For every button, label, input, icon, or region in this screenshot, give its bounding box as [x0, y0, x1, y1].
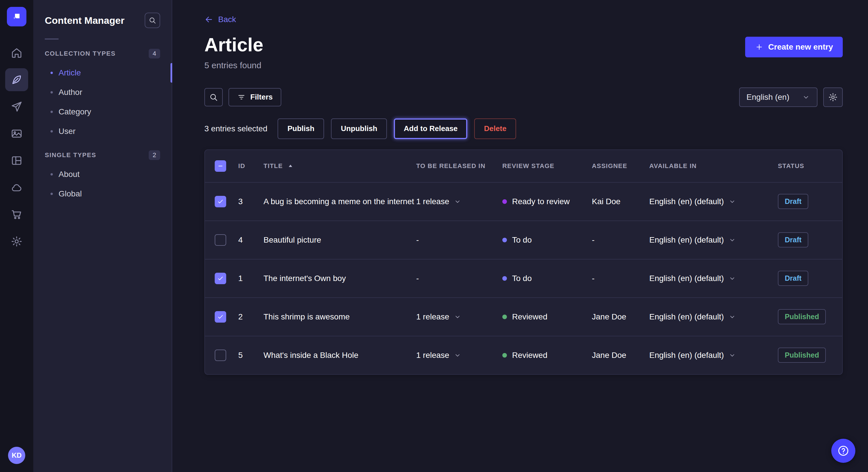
- cell-review-stage: To do: [502, 235, 592, 245]
- gear-icon: [828, 92, 838, 102]
- stage-dot-icon: [502, 353, 507, 358]
- page-title: Article: [205, 34, 263, 55]
- chevron-down-icon[interactable]: [728, 236, 736, 244]
- locale-value: English (en) (default): [649, 312, 724, 322]
- column-header-to-be-released-in[interactable]: TO BE RELEASED IN: [416, 162, 502, 170]
- table-row[interactable]: 1 The internet's Own boy - To do - Engli…: [205, 259, 842, 297]
- row-checkbox[interactable]: [215, 349, 226, 361]
- locale-select[interactable]: English (en): [739, 88, 817, 107]
- page-title-block: Article 5 entries found: [205, 34, 263, 70]
- chevron-down-icon[interactable]: [728, 313, 736, 321]
- chevron-down-icon[interactable]: [728, 351, 736, 359]
- sidebar-item-label: Author: [59, 88, 82, 97]
- strapi-logo[interactable]: [7, 7, 26, 26]
- plus-icon: [755, 43, 764, 51]
- row-checkbox[interactable]: [215, 311, 226, 323]
- stage-dot-icon: [502, 276, 507, 281]
- sidebar-divider: [45, 38, 59, 40]
- cell-assignee: -: [592, 274, 649, 283]
- cell-review-stage: Reviewed: [502, 312, 592, 322]
- sidebar-item-label: Article: [59, 68, 81, 77]
- chevron-down-icon[interactable]: [454, 198, 461, 205]
- row-checkbox[interactable]: [215, 234, 226, 246]
- sidebar-item-about[interactable]: About: [33, 165, 172, 184]
- help-button[interactable]: [831, 439, 856, 463]
- unpublish-button[interactable]: Unpublish: [331, 119, 387, 139]
- section-label: SINGLE TYPES: [45, 151, 96, 159]
- column-header-assignee[interactable]: ASSIGNEE: [592, 162, 649, 170]
- column-header-title[interactable]: TITLE: [264, 162, 416, 170]
- locale-value: English (en) (default): [649, 197, 724, 206]
- sidebar-item-user[interactable]: User: [33, 122, 172, 141]
- column-label: ASSIGNEE: [592, 162, 627, 170]
- back-button[interactable]: Back: [205, 15, 236, 24]
- delete-button[interactable]: Delete: [474, 119, 516, 139]
- sidebar-header: Content Manager: [33, 12, 172, 28]
- column-header-available-in[interactable]: AVAILABLE IN: [649, 162, 778, 170]
- table-row[interactable]: 5 What's inside a Black Hole 1 release R…: [205, 336, 842, 374]
- cloud-nav-button[interactable]: [5, 176, 28, 199]
- chevron-down-icon: [802, 93, 810, 101]
- chevron-down-icon[interactable]: [728, 198, 736, 205]
- sidebar-section-single-types: SINGLE TYPES 2 AboutGlobal: [33, 150, 172, 204]
- sidebar-item-article[interactable]: Article: [33, 63, 172, 82]
- column-label: TO BE RELEASED IN: [416, 162, 485, 170]
- release-value: 1 release: [416, 197, 449, 206]
- header-select-cell: [212, 160, 238, 172]
- create-button-label: Create new entry: [768, 42, 833, 52]
- table-row[interactable]: 4 Beautiful picture - To do - English (e…: [205, 221, 842, 259]
- filter-icon: [237, 93, 246, 102]
- cell-select: [212, 311, 238, 323]
- content-manager-nav-button[interactable]: [5, 68, 28, 91]
- sort-ascending-icon[interactable]: [287, 162, 294, 170]
- search-button[interactable]: [205, 88, 223, 106]
- publish-button[interactable]: Publish: [278, 119, 324, 139]
- stage-label: Reviewed: [512, 351, 547, 360]
- list-settings-button[interactable]: [823, 88, 843, 107]
- cell-available-in: English (en) (default): [649, 312, 778, 322]
- sidebar-item-author[interactable]: Author: [33, 82, 172, 102]
- cell-review-stage: Reviewed: [502, 351, 592, 360]
- create-new-entry-button[interactable]: Create new entry: [745, 37, 843, 57]
- sidebar-item-global[interactable]: Global: [33, 184, 172, 204]
- chevron-down-icon[interactable]: [728, 275, 736, 282]
- media-library-nav-button[interactable]: [5, 122, 28, 145]
- filters-button[interactable]: Filters: [228, 88, 281, 106]
- column-header-status[interactable]: STATUS: [778, 162, 835, 170]
- user-avatar[interactable]: KD: [8, 447, 25, 464]
- cell-id: 2: [238, 312, 264, 322]
- home-nav-button[interactable]: [5, 41, 28, 64]
- add-to-release-button[interactable]: Add to Release: [394, 119, 467, 139]
- section-label: COLLECTION TYPES: [45, 50, 116, 57]
- cloud-icon: [11, 181, 23, 194]
- marketplace-nav-button[interactable]: [5, 203, 28, 226]
- main-content: Back Article 5 entries found Create new …: [172, 0, 868, 472]
- row-checkbox[interactable]: [215, 273, 226, 284]
- chevron-down-icon[interactable]: [454, 313, 461, 321]
- cell-review-stage: Ready to review: [502, 197, 592, 206]
- column-header-review-stage[interactable]: REVIEW STAGE: [502, 162, 592, 170]
- home-icon: [11, 47, 23, 59]
- row-checkbox[interactable]: [215, 196, 226, 207]
- sidebar-search-button[interactable]: [145, 12, 160, 28]
- table-row[interactable]: 3 A bug is becoming a meme on the intern…: [205, 182, 842, 221]
- sidebar-item-label: About: [59, 170, 80, 179]
- chevron-down-icon[interactable]: [454, 351, 461, 359]
- section-items: ArticleAuthorCategoryUser: [33, 63, 172, 141]
- back-label: Back: [218, 15, 236, 24]
- settings-nav-button[interactable]: [5, 230, 28, 253]
- section-header-collection-types[interactable]: COLLECTION TYPES 4: [33, 49, 172, 59]
- entries-table: IDTITLETO BE RELEASED INREVIEW STAGEASSI…: [205, 149, 843, 375]
- content-type-builder-nav-button[interactable]: [5, 149, 28, 172]
- select-all-checkbox[interactable]: [215, 160, 226, 172]
- selection-count: 3 entries selected: [205, 124, 267, 133]
- cell-available-in: English (en) (default): [649, 351, 778, 360]
- sidebar-item-category[interactable]: Category: [33, 102, 172, 122]
- section-header-single-types[interactable]: SINGLE TYPES 2: [33, 150, 172, 160]
- table-row[interactable]: 2 This shrimp is awesome 1 release Revie…: [205, 297, 842, 336]
- column-header-id[interactable]: ID: [238, 162, 264, 170]
- column-label: STATUS: [778, 162, 804, 170]
- column-label: AVAILABLE IN: [649, 162, 696, 170]
- cell-title: A bug is becoming a meme on the internet: [264, 182, 416, 221]
- deploy-nav-button[interactable]: [5, 95, 28, 118]
